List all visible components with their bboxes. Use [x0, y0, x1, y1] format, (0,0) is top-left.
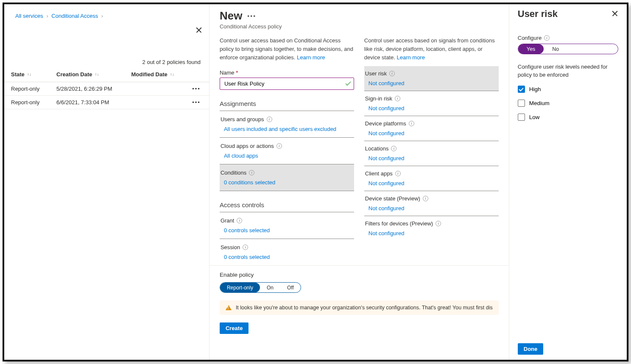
panel-help-text: Configure user risk levels needed for po… [518, 63, 618, 79]
table-row[interactable]: Report-only 5/28/2021, 6:26:29 PM ••• [4, 82, 209, 96]
security-warning-banner: It looks like you're about to manage you… [220, 300, 499, 315]
policies-count: 2 out of 2 policies found [8, 19, 205, 67]
session-item[interactable]: Session 0 controls selected [220, 239, 354, 265]
policies-table: State↑↓ Creation Date↑↓ Modified Date↑↓ … [4, 67, 209, 109]
col-state[interactable]: State↑↓ [4, 67, 50, 82]
device-platforms-value[interactable]: Not configured [369, 130, 498, 136]
risk-high-checkbox[interactable]: High [518, 86, 618, 93]
assignments-heading: Assignments [220, 100, 354, 111]
configure-yes[interactable]: Yes [518, 44, 544, 54]
risk-low-checkbox[interactable]: Low [518, 114, 618, 121]
user-risk-condition[interactable]: User risk Not configured [364, 66, 499, 91]
checkbox-icon [518, 114, 525, 121]
chevron-right-icon: › [100, 13, 105, 19]
info-icon[interactable] [436, 221, 441, 226]
learn-more-link[interactable]: Learn more [396, 54, 424, 61]
new-policy-pane: New ••• Conditional Access policy Contro… [209, 4, 509, 360]
locations-value[interactable]: Not configured [369, 155, 498, 161]
conditions-link[interactable]: 0 conditions selected [224, 179, 353, 186]
sort-icon: ↑↓ [25, 72, 31, 77]
toggle-on[interactable]: On [260, 283, 280, 292]
device-filters-value[interactable]: Not configured [369, 230, 498, 236]
info-icon[interactable] [243, 245, 248, 250]
close-icon [195, 26, 202, 33]
configure-label: Configure [518, 35, 542, 41]
chevron-right-icon: › [45, 13, 50, 19]
info-icon[interactable] [267, 117, 272, 122]
users-and-groups-link[interactable]: All users included and specific users ex… [224, 126, 353, 132]
table-row[interactable]: Report-only 6/6/2021, 7:33:04 PM ••• [4, 96, 209, 109]
col-creation-date[interactable]: Creation Date↑↓ [50, 67, 124, 82]
access-controls-heading: Access controls [220, 201, 354, 212]
close-panel-button[interactable] [611, 10, 618, 18]
user-risk-panel: User risk Configure Yes No Configure use… [509, 4, 627, 360]
done-button[interactable]: Done [518, 343, 544, 355]
page-title: New [220, 9, 242, 22]
device-state-value[interactable]: Not configured [369, 205, 498, 211]
info-icon[interactable] [395, 171, 401, 176]
close-left-pane-button[interactable] [195, 26, 202, 35]
row-more-button[interactable]: ••• [185, 82, 209, 96]
name-label: Name [220, 69, 238, 76]
signin-risk-condition[interactable]: Sign-in risk Not configured [364, 91, 499, 116]
enable-policy-label: Enable policy [220, 272, 499, 278]
toggle-off[interactable]: Off [280, 283, 301, 292]
cloud-apps-item[interactable]: Cloud apps or actions All cloud apps [220, 138, 354, 164]
more-actions-button[interactable]: ••• [247, 13, 256, 19]
policy-description-left: Control user access based on Conditional… [220, 36, 354, 62]
col-modified-date[interactable]: Modified Date↑↓ [124, 67, 185, 82]
signin-risk-value[interactable]: Not configured [369, 105, 498, 111]
learn-more-link[interactable]: Learn more [297, 54, 325, 61]
breadcrumb-root[interactable]: All services [15, 13, 43, 19]
warning-icon [226, 305, 232, 310]
policy-name-input[interactable] [220, 78, 354, 90]
info-icon[interactable] [237, 218, 242, 223]
cloud-apps-link[interactable]: All cloud apps [224, 153, 353, 159]
client-apps-value[interactable]: Not configured [369, 180, 498, 186]
user-risk-value[interactable]: Not configured [369, 80, 498, 86]
client-apps-condition[interactable]: Client apps Not configured [364, 166, 499, 191]
sort-icon: ↑↓ [92, 72, 99, 77]
create-button[interactable]: Create [220, 322, 248, 334]
info-icon[interactable] [389, 71, 395, 76]
checkbox-icon [518, 86, 525, 93]
device-filters-condition[interactable]: Filters for devices (Preview) Not config… [364, 216, 499, 241]
grant-link[interactable]: 0 controls selected [224, 227, 353, 233]
info-icon[interactable] [409, 121, 414, 126]
policies-list-pane: All services › Conditional Access › 2 ou… [4, 4, 209, 360]
configure-no[interactable]: No [544, 44, 567, 54]
conditions-item[interactable]: Conditions 0 conditions selected [220, 164, 354, 191]
breadcrumb: All services › Conditional Access › [8, 8, 205, 19]
signals-description: Control user access based on signals fro… [364, 36, 499, 62]
window-frame: All services › Conditional Access › 2 ou… [3, 3, 628, 361]
info-icon[interactable] [276, 143, 282, 149]
info-icon[interactable] [249, 170, 254, 175]
risk-medium-checkbox[interactable]: Medium [518, 100, 618, 107]
panel-title: User risk [518, 8, 558, 19]
row-more-button[interactable]: ••• [185, 96, 209, 109]
sort-icon: ↑↓ [168, 72, 174, 77]
breadcrumb-conditional-access[interactable]: Conditional Access [51, 13, 98, 19]
page-subtitle: Conditional Access policy [220, 23, 499, 30]
grant-item[interactable]: Grant 0 controls selected [220, 212, 354, 239]
info-icon[interactable] [391, 146, 396, 151]
session-link[interactable]: 0 controls selected [224, 254, 353, 260]
toggle-report-only[interactable]: Report-only [220, 283, 260, 292]
info-icon[interactable] [395, 96, 400, 101]
users-and-groups-item[interactable]: Users and groups All users included and … [220, 111, 354, 138]
enable-policy-toggle[interactable]: Report-only On Off [220, 282, 301, 293]
locations-condition[interactable]: Locations Not configured [364, 141, 499, 166]
device-platforms-condition[interactable]: Device platforms Not configured [364, 116, 499, 141]
info-icon[interactable] [544, 35, 550, 41]
configure-toggle[interactable]: Yes No [518, 44, 618, 54]
info-icon[interactable] [423, 196, 428, 201]
close-icon [611, 10, 618, 17]
checkbox-icon [518, 100, 525, 107]
device-state-condition[interactable]: Device state (Preview) Not configured [364, 191, 499, 216]
